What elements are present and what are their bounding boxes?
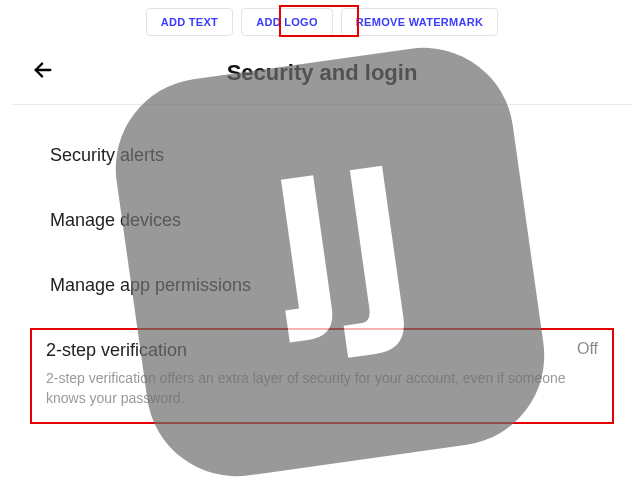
page-title: Security and login: [20, 60, 624, 86]
two-step-status: Off: [577, 340, 598, 361]
two-step-verification-block[interactable]: 2-step verification Off 2-step verificat…: [30, 328, 614, 424]
manage-app-permissions-item[interactable]: Manage app permissions: [50, 253, 604, 318]
security-alerts-item[interactable]: Security alerts: [50, 123, 604, 188]
add-text-button[interactable]: ADD TEXT: [146, 8, 233, 36]
page-header: Security and login: [0, 40, 644, 104]
two-step-description: 2-step verification offers an extra laye…: [46, 369, 598, 408]
manage-devices-item[interactable]: Manage devices: [50, 188, 604, 253]
editor-toolbar: ADD TEXT ADD LOGO REMOVE WATERMARK: [0, 0, 644, 40]
settings-list: Security alerts Manage devices Manage ap…: [0, 105, 644, 318]
remove-watermark-button[interactable]: REMOVE WATERMARK: [341, 8, 498, 36]
back-arrow-icon[interactable]: [32, 59, 54, 87]
two-step-title: 2-step verification: [46, 340, 187, 361]
two-step-row: 2-step verification Off: [46, 340, 598, 361]
add-logo-button[interactable]: ADD LOGO: [241, 8, 333, 36]
